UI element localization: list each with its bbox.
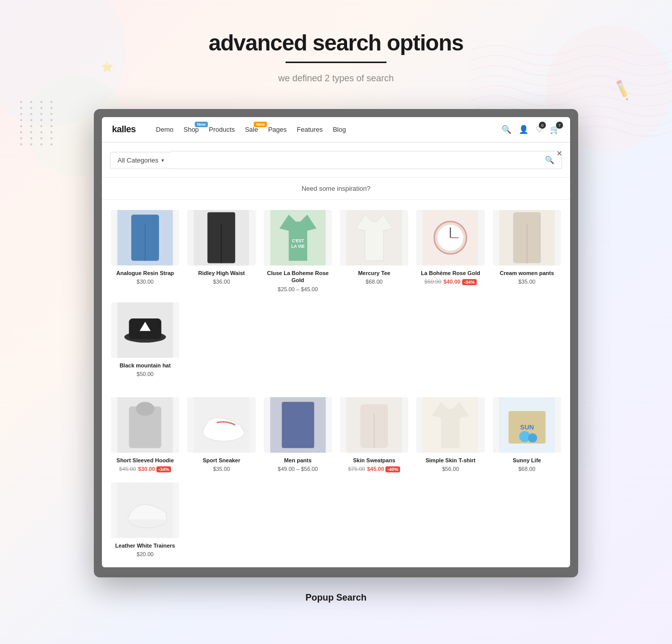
product-price: $30.00 bbox=[111, 279, 179, 285]
product-card[interactable]: Black mountain hat$50.00 bbox=[107, 297, 183, 382]
products-row-1: Analogue Resin Strap$30.00Ridley High Wa… bbox=[102, 200, 570, 387]
sale-price: $30.00 bbox=[138, 466, 155, 472]
product-image bbox=[340, 397, 408, 453]
product-price: $35.00 bbox=[187, 466, 255, 472]
navbar-search-icon[interactable]: 🔍 bbox=[501, 125, 512, 134]
section-footer-label: Popup Search bbox=[305, 593, 366, 603]
product-price: $36.00 bbox=[187, 279, 255, 285]
search-input-wrap: 🔍 bbox=[171, 151, 562, 169]
nav-item-blog[interactable]: Blog bbox=[333, 126, 346, 133]
page-subtitle: we defined 2 types of search bbox=[0, 73, 672, 84]
nav-item-sale[interactable]: SaleNew bbox=[245, 126, 258, 133]
product-image bbox=[340, 210, 408, 265]
navbar-logo[interactable]: kalles bbox=[112, 124, 136, 135]
product-name: Mercury Tee bbox=[340, 270, 408, 277]
navbar-icons: 🔍👤♡0🛒7 bbox=[501, 125, 560, 134]
product-price: $20.00 bbox=[111, 551, 179, 557]
product-price: $75.00$45.00-40% bbox=[340, 466, 408, 472]
product-name: Simple Skin T-shirt bbox=[416, 457, 484, 464]
chevron-down-icon: ▾ bbox=[161, 157, 164, 163]
product-price: $60.00$40.00-34% bbox=[416, 279, 484, 285]
product-price: $49.00 – $56.00 bbox=[264, 466, 332, 472]
navbar: kalles DemoShopNewProductsSaleNewPagesFe… bbox=[102, 117, 570, 142]
svg-point-26 bbox=[136, 402, 154, 416]
product-card[interactable]: Sport Sneaker$35.00 bbox=[183, 392, 259, 477]
product-price: $35.00 bbox=[493, 279, 561, 285]
dots-decoration: for(let i=0;i<32;i++) document.currentSc… bbox=[20, 101, 57, 145]
nav-item-shop[interactable]: ShopNew bbox=[184, 126, 199, 133]
search-modal: × All Categories ▾ 🔍 Need some inspirati… bbox=[102, 142, 570, 567]
product-card[interactable]: La Bohème Rose Gold$60.00$40.00-34% bbox=[412, 205, 488, 297]
product-name: Analogue Resin Strap bbox=[111, 270, 179, 277]
product-card[interactable]: Ridley High Waist$36.00 bbox=[183, 205, 259, 297]
product-price: $50.00 bbox=[111, 371, 179, 377]
product-card[interactable]: Leather White Trainers$20.00 bbox=[107, 477, 183, 562]
modal-close-button[interactable]: × bbox=[556, 149, 562, 158]
product-image bbox=[187, 397, 255, 453]
product-card[interactable]: Men pants$49.00 – $56.00 bbox=[260, 392, 336, 477]
product-image bbox=[493, 210, 561, 265]
browser-inner: kalles DemoShopNewProductsSaleNewPagesFe… bbox=[102, 117, 570, 567]
svg-text:SUN: SUN bbox=[520, 423, 534, 431]
page-header: advanced search options we defined 2 typ… bbox=[0, 0, 672, 99]
product-image bbox=[111, 302, 179, 358]
product-name: La Bohème Rose Gold bbox=[416, 270, 484, 277]
product-image bbox=[111, 397, 179, 453]
sale-badge: -34% bbox=[156, 466, 171, 472]
product-card[interactable]: Simple Skin T-shirt$56.00 bbox=[412, 392, 488, 477]
svg-point-41 bbox=[528, 433, 537, 442]
svg-rect-30 bbox=[282, 402, 314, 448]
product-price: $56.00 bbox=[416, 466, 484, 472]
original-price: $45.00 bbox=[119, 466, 136, 472]
product-price: $68.00 bbox=[340, 279, 408, 285]
original-price: $60.00 bbox=[424, 279, 441, 285]
inspiration-text: Need some inspiration? bbox=[102, 178, 570, 200]
title-underline bbox=[286, 62, 386, 63]
product-name: Men pants bbox=[264, 457, 332, 464]
navbar-user-icon[interactable]: 👤 bbox=[519, 125, 529, 134]
search-input[interactable] bbox=[178, 156, 545, 164]
original-price: $75.00 bbox=[348, 466, 365, 472]
product-card[interactable]: Short Sleeved Hoodie$45.00$30.00-34% bbox=[107, 392, 183, 477]
sale-badge: -40% bbox=[385, 466, 400, 472]
product-card[interactable]: Skin Sweatpans$75.00$45.00-40% bbox=[336, 392, 412, 477]
product-card[interactable]: Mercury Tee$68.00 bbox=[336, 205, 412, 297]
nav-item-pages[interactable]: Pages bbox=[268, 126, 287, 133]
product-price: $25.00 – $45.00 bbox=[264, 286, 332, 292]
navbar-nav: DemoShopNewProductsSaleNewPagesFeaturesB… bbox=[156, 126, 501, 133]
product-name: Sport Sneaker bbox=[187, 457, 255, 464]
products-row-2: Short Sleeved Hoodie$45.00$30.00-34%Spor… bbox=[102, 387, 570, 568]
nav-item-demo[interactable]: Demo bbox=[156, 126, 174, 133]
category-select-label: All Categories bbox=[118, 156, 158, 164]
product-name: Sunny Life bbox=[493, 457, 561, 464]
search-submit-button[interactable]: 🔍 bbox=[545, 155, 554, 165]
product-image bbox=[111, 482, 179, 538]
product-image bbox=[416, 397, 484, 453]
product-name: Leather White Trainers bbox=[111, 542, 179, 549]
product-card[interactable]: C'ESTLA VIECluse La Boheme Rose Gold$25.… bbox=[260, 205, 336, 297]
product-card[interactable]: SUNSunny Life$68.00 bbox=[489, 392, 565, 477]
product-image bbox=[187, 210, 255, 265]
nav-item-products[interactable]: Products bbox=[209, 126, 235, 133]
search-bar: All Categories ▾ 🔍 bbox=[102, 143, 570, 178]
svg-text:LA VIE: LA VIE bbox=[291, 244, 305, 249]
category-select[interactable]: All Categories ▾ bbox=[110, 152, 171, 169]
product-image bbox=[264, 397, 332, 453]
product-name: Skin Sweatpans bbox=[340, 457, 408, 464]
product-name: Cluse La Boheme Rose Gold bbox=[264, 270, 332, 284]
sale-price: $40.00 bbox=[443, 279, 461, 285]
product-card[interactable]: Cream women pants$35.00 bbox=[489, 205, 565, 297]
nav-item-features[interactable]: Features bbox=[297, 126, 322, 133]
product-image bbox=[111, 210, 179, 265]
page-title: advanced search options bbox=[0, 30, 672, 56]
sale-price: $45.00 bbox=[367, 466, 384, 472]
navbar-wishlist-icon[interactable]: ♡0 bbox=[536, 125, 543, 134]
product-image: C'ESTLA VIE bbox=[264, 210, 332, 265]
navbar-cart-icon[interactable]: 🛒7 bbox=[550, 125, 560, 134]
product-image bbox=[416, 210, 484, 265]
product-name: Cream women pants bbox=[493, 270, 561, 277]
product-price: $68.00 bbox=[493, 466, 561, 472]
product-name: Black mountain hat bbox=[111, 362, 179, 369]
svg-text:C'EST: C'EST bbox=[292, 239, 304, 243]
product-card[interactable]: Analogue Resin Strap$30.00 bbox=[107, 205, 183, 297]
